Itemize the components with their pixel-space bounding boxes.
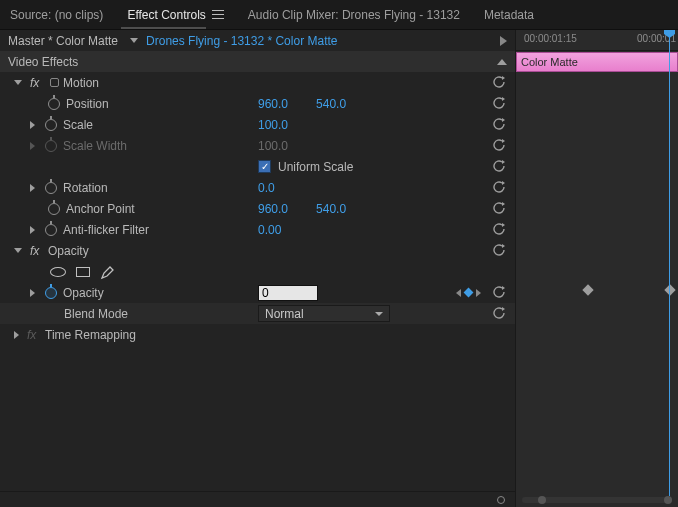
mask-ellipse-icon[interactable] bbox=[50, 267, 66, 277]
checkbox-uniform-scale[interactable]: ✓ bbox=[258, 160, 271, 173]
toggle-opacity-prop[interactable] bbox=[30, 289, 35, 297]
play-icon[interactable] bbox=[500, 36, 507, 46]
playhead[interactable] bbox=[669, 30, 670, 496]
fx-badge-icon[interactable]: fx bbox=[27, 328, 45, 342]
value-scale[interactable]: 100.0 bbox=[258, 118, 288, 132]
value-anchor-y[interactable]: 540.0 bbox=[316, 202, 346, 216]
value-position-y[interactable]: 540.0 bbox=[316, 97, 346, 111]
label-blend-mode: Blend Mode bbox=[64, 307, 128, 321]
tab-metadata[interactable]: Metadata bbox=[484, 8, 534, 22]
tab-audio-clip-mixer[interactable]: Audio Clip Mixer: Drones Flying - 13132 bbox=[248, 8, 460, 22]
value-position-x[interactable]: 960.0 bbox=[258, 97, 288, 111]
reset-scale-width[interactable] bbox=[492, 139, 507, 152]
label-anchor: Anchor Point bbox=[66, 202, 135, 216]
stopwatch-opacity[interactable] bbox=[45, 287, 57, 299]
opacity-title: Opacity bbox=[48, 244, 89, 258]
clip-bar[interactable]: Color Matte bbox=[516, 52, 678, 72]
motion-title: Motion bbox=[63, 76, 99, 90]
reset-uniform-scale[interactable] bbox=[492, 160, 507, 173]
chevron-down-icon bbox=[375, 312, 383, 316]
toggle-flicker[interactable] bbox=[30, 226, 35, 234]
collapse-up-icon[interactable] bbox=[497, 59, 507, 65]
master-clip-name: Master * Color Matte bbox=[8, 34, 118, 48]
label-scale: Scale bbox=[63, 118, 93, 132]
label-position: Position bbox=[66, 97, 109, 111]
value-scale-width: 100.0 bbox=[258, 139, 288, 153]
reset-scale[interactable] bbox=[492, 118, 507, 131]
select-blend-mode[interactable]: Normal bbox=[258, 305, 390, 322]
effect-bypass-toggle[interactable] bbox=[50, 78, 59, 87]
prev-keyframe-icon[interactable] bbox=[456, 289, 461, 297]
timecode-1: 00:00:01:15 bbox=[524, 33, 577, 44]
toggle-scale-width[interactable] bbox=[30, 142, 35, 150]
panel-menu-icon[interactable] bbox=[212, 10, 224, 20]
tab-effect-controls[interactable]: Effect Controls bbox=[127, 8, 223, 22]
value-rotation[interactable]: 0.0 bbox=[258, 181, 275, 195]
reset-opacity[interactable] bbox=[492, 286, 507, 299]
toggle-time-remap[interactable] bbox=[14, 331, 19, 339]
reset-rotation[interactable] bbox=[492, 181, 507, 194]
label-scale-width: Scale Width bbox=[63, 139, 127, 153]
time-ruler[interactable]: 00:00:01:15 00:00:01 bbox=[516, 30, 678, 51]
next-keyframe-icon[interactable] bbox=[476, 289, 481, 297]
mask-pen-icon[interactable] bbox=[100, 264, 116, 280]
value-opacity-input[interactable] bbox=[258, 285, 318, 301]
reset-opacity-group[interactable] bbox=[492, 244, 507, 257]
reset-blend[interactable] bbox=[492, 307, 507, 320]
add-keyframe-icon[interactable] bbox=[464, 288, 474, 298]
time-remap-title: Time Remapping bbox=[45, 328, 136, 342]
timeline-link-icon[interactable] bbox=[497, 496, 505, 504]
mask-rect-icon[interactable] bbox=[76, 267, 90, 277]
keyframe-marker[interactable] bbox=[582, 284, 593, 295]
reset-anchor[interactable] bbox=[492, 202, 507, 215]
toggle-motion[interactable] bbox=[14, 80, 22, 85]
stopwatch-anchor[interactable] bbox=[48, 203, 60, 215]
label-uniform-scale: Uniform Scale bbox=[278, 160, 353, 174]
value-anchor-x[interactable]: 960.0 bbox=[258, 202, 288, 216]
section-video-effects: Video Effects bbox=[8, 55, 78, 69]
tab-source[interactable]: Source: (no clips) bbox=[10, 8, 103, 22]
toggle-rotation[interactable] bbox=[30, 184, 35, 192]
sequence-clip-name[interactable]: Drones Flying - 13132 * Color Matte bbox=[146, 34, 337, 48]
zoom-handle-left[interactable] bbox=[538, 496, 546, 504]
toggle-scale[interactable] bbox=[30, 121, 35, 129]
fx-badge-icon[interactable]: fx bbox=[30, 244, 48, 258]
stopwatch-scale[interactable] bbox=[45, 119, 57, 131]
keyframe-marker[interactable] bbox=[664, 284, 675, 295]
reset-position[interactable] bbox=[492, 97, 507, 110]
label-flicker: Anti-flicker Filter bbox=[63, 223, 149, 237]
label-opacity: Opacity bbox=[63, 286, 104, 300]
stopwatch-scale-width bbox=[45, 140, 57, 152]
toggle-opacity[interactable] bbox=[14, 248, 22, 253]
reset-motion[interactable] bbox=[492, 76, 507, 89]
value-flicker[interactable]: 0.00 bbox=[258, 223, 281, 237]
label-rotation: Rotation bbox=[63, 181, 108, 195]
reset-flicker[interactable] bbox=[492, 223, 507, 236]
fx-badge-icon[interactable]: fx bbox=[30, 76, 48, 90]
stopwatch-position[interactable] bbox=[48, 98, 60, 110]
chevron-down-icon[interactable] bbox=[130, 38, 138, 43]
timeline-zoom-scroll[interactable] bbox=[522, 497, 672, 503]
stopwatch-flicker[interactable] bbox=[45, 224, 57, 236]
stopwatch-rotation[interactable] bbox=[45, 182, 57, 194]
zoom-handle-right[interactable] bbox=[664, 496, 672, 504]
